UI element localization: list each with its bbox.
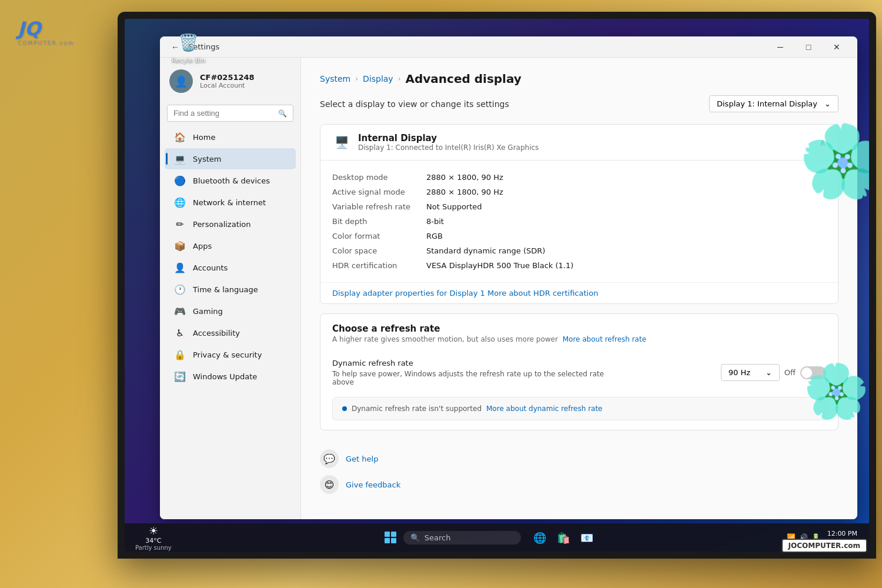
- dynamic-refresh-more-link[interactable]: More about dynamic refresh rate: [486, 405, 603, 413]
- weather-widget[interactable]: ☀️ 34°C Partly sunny: [131, 522, 176, 552]
- give-feedback-icon: 😊: [320, 475, 339, 494]
- info-label-bit-depth: Bit depth: [332, 217, 426, 226]
- bluetooth-icon: 🔵: [174, 175, 186, 186]
- info-row-hdr: HDR certification VESA DisplayHDR 500 Tr…: [332, 258, 826, 273]
- taskbar: ☀️ 34°C Partly sunny 🔍 Search: [125, 523, 869, 552]
- refresh-rate-title: Choose a refresh rate: [332, 323, 826, 334]
- hdr-cert-link[interactable]: More about HDR certification: [487, 289, 598, 298]
- start-button[interactable]: [380, 527, 401, 548]
- get-help-item[interactable]: 💬 Get help: [320, 449, 838, 468]
- nav-item-accounts[interactable]: 👤 Accounts: [165, 257, 296, 278]
- info-label-color-space: Color space: [332, 246, 426, 255]
- collapse-button[interactable]: ∧: [819, 137, 826, 148]
- nav-item-privacy[interactable]: 🔒 Privacy & security: [165, 344, 296, 365]
- nav-item-network[interactable]: 🌐 Network & internet: [165, 192, 296, 213]
- nav-label-system: System: [193, 155, 221, 163]
- windows-logo: [385, 532, 396, 543]
- accessibility-icon: ♿: [174, 327, 186, 339]
- network-icon: 🌐: [174, 196, 186, 208]
- nav-label-accessibility: Accessibility: [193, 329, 240, 338]
- dynamic-refresh-name: Dynamic refresh rate: [332, 359, 614, 368]
- give-feedback-link[interactable]: Give feedback: [346, 480, 400, 489]
- nav-label-bluetooth: Bluetooth & devices: [193, 176, 270, 185]
- display-info-card: 🖥️ Internal Display Display 1: Connected…: [320, 124, 838, 304]
- taskbar-edge-icon[interactable]: 🌐: [529, 527, 550, 548]
- windows-update-icon: 🔄: [174, 370, 186, 382]
- taskbar-search-icon: 🔍: [410, 533, 420, 542]
- jq-logo: JQ COMPUTER.com: [18, 18, 74, 46]
- user-profile[interactable]: 👤 CF#0251248 Local Account: [160, 62, 300, 100]
- info-value-bit-depth: 8-bit: [426, 217, 444, 226]
- display-selector-row: Select a display to view or change its s…: [320, 95, 838, 112]
- display-info-links: Display adapter properties for Display 1…: [320, 282, 838, 303]
- personalization-icon: ✏️: [174, 218, 186, 230]
- taskbar-center: 🔍 Search 🌐 🛍️ 📧: [201, 527, 776, 548]
- refresh-rate-value: 90 Hz: [729, 368, 750, 377]
- jc-badge: JOCOMPUTER.com: [781, 539, 867, 553]
- info-value-vrr: Not Supported: [426, 202, 482, 211]
- info-label-desktop-mode: Desktop mode: [332, 173, 426, 182]
- user-info: CF#0251248 Local Account: [200, 73, 255, 89]
- search-icon: 🔍: [278, 109, 287, 118]
- breadcrumb-system[interactable]: System: [320, 74, 350, 83]
- breadcrumb: System › Display › Advanced display: [320, 72, 838, 86]
- title-bar-left: ← Settings: [167, 39, 767, 55]
- settings-body: 👤 CF#0251248 Local Account 🔍 🏠: [160, 58, 857, 519]
- close-button[interactable]: ✕: [823, 38, 850, 56]
- nav-label-network: Network & internet: [193, 198, 266, 207]
- nav-label-apps: Apps: [193, 242, 212, 250]
- info-value-color-space: Standard dynamic range (SDR): [426, 246, 545, 255]
- nav-item-system[interactable]: 💻 System: [165, 148, 296, 169]
- refresh-rate-more-link[interactable]: More about refresh rate: [563, 335, 646, 343]
- clock-time: 12:00 PM: [827, 530, 857, 537]
- breadcrumb-display[interactable]: Display: [363, 74, 393, 83]
- refresh-rate-dropdown[interactable]: 90 Hz ⌄: [721, 364, 780, 381]
- nav-label-personalization: Personalization: [193, 220, 251, 229]
- display-info-header: 🖥️ Internal Display Display 1: Connected…: [320, 125, 838, 161]
- info-row-color-format: Color format RGB: [332, 229, 826, 243]
- nav-item-personalization[interactable]: ✏️ Personalization: [165, 213, 296, 235]
- taskbar-search[interactable]: 🔍 Search: [403, 531, 521, 544]
- main-content: System › Display › Advanced display Sele…: [301, 58, 857, 519]
- toggle-off-label: Off: [784, 368, 796, 377]
- display-header-text: Internal Display Display 1: Connected to…: [358, 133, 539, 152]
- info-label-color-format: Color format: [332, 232, 426, 240]
- info-value-desktop-mode: 2880 × 1800, 90 Hz: [426, 173, 503, 182]
- info-row-vrr: Variable refresh rate Not Supported: [332, 199, 826, 214]
- give-feedback-item[interactable]: 😊 Give feedback: [320, 475, 838, 494]
- recycle-bin-icon[interactable]: 🗑️ Recyle Bin: [172, 31, 205, 64]
- nav-item-home[interactable]: 🏠 Home: [165, 126, 296, 148]
- breadcrumb-sep-1: ›: [355, 75, 358, 83]
- display-selector-dropdown[interactable]: Display 1: Internal Display ⌄: [709, 95, 838, 112]
- dynamic-refresh-desc: To help save power, Windows adjusts the …: [332, 370, 614, 386]
- display-subtitle: Display 1: Connected to Intel(R) Iris(R)…: [358, 143, 539, 152]
- display-adapter-link[interactable]: Display adapter properties for Display 1: [332, 289, 485, 298]
- nav-item-apps[interactable]: 📦 Apps: [165, 235, 296, 256]
- taskbar-mail-icon[interactable]: 📧: [576, 527, 597, 548]
- info-row-desktop-mode: Desktop mode 2880 × 1800, 90 Hz: [332, 170, 826, 185]
- chevron-down-icon-2: ⌄: [766, 368, 772, 377]
- nav-label-accounts: Accounts: [193, 263, 228, 272]
- taskbar-store-icon[interactable]: 🛍️: [553, 527, 574, 548]
- maximize-button[interactable]: □: [795, 38, 822, 56]
- dynamic-refresh-note-card: Dynamic refresh rate isn't supported Mor…: [332, 397, 826, 420]
- apps-icon: 📦: [174, 240, 186, 252]
- time-icon: 🕐: [174, 283, 186, 295]
- nav-item-windows-update[interactable]: 🔄 Windows Update: [165, 366, 296, 387]
- refresh-controls: 90 Hz ⌄ Off: [721, 364, 826, 381]
- refresh-rate-body: Dynamic refresh rate To help save power,…: [320, 348, 838, 430]
- minimize-button[interactable]: ─: [767, 38, 794, 56]
- user-type: Local Account: [200, 82, 255, 89]
- settings-search-box[interactable]: 🔍: [167, 105, 293, 122]
- bottom-links: 💬 Get help 😊 Give feedback: [320, 440, 838, 503]
- info-label-hdr: HDR certification: [332, 261, 426, 270]
- info-label-vrr: Variable refresh rate: [332, 202, 426, 211]
- nav-item-bluetooth[interactable]: 🔵 Bluetooth & devices: [165, 170, 296, 191]
- home-icon: 🏠: [174, 131, 186, 143]
- dynamic-refresh-toggle[interactable]: [800, 366, 826, 379]
- nav-item-time[interactable]: 🕐 Time & language: [165, 279, 296, 300]
- get-help-link[interactable]: Get help: [346, 455, 378, 463]
- nav-item-gaming[interactable]: 🎮 Gaming: [165, 300, 296, 322]
- nav-item-accessibility[interactable]: ♿ Accessibility: [165, 322, 296, 343]
- settings-search-input[interactable]: [173, 109, 273, 118]
